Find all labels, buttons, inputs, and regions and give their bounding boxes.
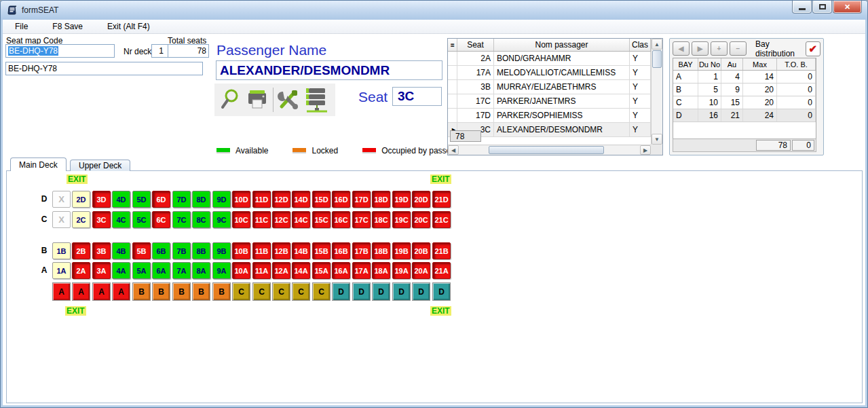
seat-14a[interactable]: 14A [292,262,310,279]
tools-icon[interactable] [276,86,303,114]
grid-col-header-seat[interactable]: Seat [457,39,494,51]
seat-8a[interactable]: 8A [192,262,210,279]
seat-18b[interactable]: 18B [372,242,390,259]
print-icon[interactable] [244,86,271,114]
seat-21a[interactable]: 21A [432,262,451,279]
scroll-down-icon[interactable]: ▼ [652,134,662,145]
seat-4d[interactable]: 4D [112,191,130,208]
table-row[interactable]: 17CPARKER/JANETMRSY [448,94,651,109]
bay-col-header-bay[interactable]: BAY [673,58,698,70]
seat-3c[interactable]: 3C [92,211,111,228]
passenger-grid-vscrollbar[interactable]: ▲ ▼ [651,39,662,145]
seat-9a[interactable]: 9A [212,262,231,279]
passenger-name-input[interactable]: ALEXANDER/DESMONDMR [216,60,442,80]
seat-12a[interactable]: 12A [272,262,290,279]
seat-11b[interactable]: 11B [252,242,271,259]
seat-4c[interactable]: 4C [112,211,130,228]
passenger-grid-hscrollbar[interactable]: ◀ ▶ [448,145,651,155]
seat-16b[interactable]: 16B [332,242,350,259]
seat-14d[interactable]: 14D [292,191,310,208]
seat-5a[interactable]: 5A [132,262,151,279]
seat-20d[interactable]: 20D [412,191,430,208]
bay-row-a[interactable]: A14140 [673,71,816,84]
confirm-check-button[interactable]: ✔ [806,41,820,56]
seat-5c[interactable]: 5C [132,211,151,228]
seat-14c[interactable]: 14C [292,211,310,228]
seat-map-code-input[interactable]: BE-DHQ-Y78 [5,44,115,58]
seat-18a[interactable]: 18A [372,262,390,279]
seat-11d[interactable]: 11D [252,191,271,208]
menu-item-f8-save[interactable]: F8 Save [47,20,92,33]
seat-20a[interactable]: 20A [412,262,430,279]
table-row[interactable]: 17DPARKER/SOPHIEMISSY [448,109,651,123]
menu-item-file[interactable]: File [10,20,37,33]
seat-18d[interactable]: 18D [372,191,390,208]
seat-2b[interactable]: 2B [72,242,90,259]
seat-6a[interactable]: 6A [152,262,170,279]
seat-20c[interactable]: 20C [412,211,430,228]
seat-21d[interactable]: 21D [432,191,451,208]
seat-21b[interactable]: 21B [432,242,451,259]
seat-18c[interactable]: 18C [372,211,390,228]
tab-main-deck[interactable]: Main Deck [10,157,67,171]
seat-3a[interactable]: 3A [92,262,111,279]
seat-12c[interactable]: 12C [272,211,290,228]
total-seats-input[interactable]: 78 [168,44,209,58]
seat-15d[interactable]: 15D [312,191,331,208]
seat-16d[interactable]: 16D [332,191,350,208]
seat-10c[interactable]: 10C [232,211,250,228]
seat-14b[interactable]: 14B [292,242,310,259]
seat-6c[interactable]: 6C [152,211,170,228]
seat-17a[interactable]: 17A [352,262,371,279]
bay-col-header-au[interactable]: Au [721,58,743,70]
seat-7c[interactable]: 7C [172,211,191,228]
seat-11a[interactable]: 11A [252,262,271,279]
seat-16a[interactable]: 16A [332,262,350,279]
seat-11c[interactable]: 11C [252,211,271,228]
seat-2c[interactable]: 2C [72,211,90,228]
nav-prior-button[interactable]: ◀ [673,41,690,56]
seat-17b[interactable]: 17B [352,242,371,259]
seat-7b[interactable]: 7B [172,242,191,259]
seat-map-code-secondary-input[interactable]: BE-DHQ-Y78 [5,62,203,75]
seat-19b[interactable]: 19B [392,242,411,259]
table-row[interactable]: 2ABOND/GRAHAMMRY [448,52,651,66]
seat-12b[interactable]: 12B [272,242,290,259]
seat-8b[interactable]: 8B [192,242,210,259]
seat-7d[interactable]: 7D [172,191,191,208]
hscroll-thumb[interactable] [489,146,604,154]
bay-row-b[interactable]: B59200 [673,84,816,96]
seat-15c[interactable]: 15C [312,211,331,228]
seat-20b[interactable]: 20B [412,242,430,259]
seat-17d[interactable]: 17D [352,191,371,208]
seat-3d[interactable]: 3D [92,191,111,208]
nav-delete-button[interactable]: − [730,41,747,56]
seat-10d[interactable]: 10D [232,191,250,208]
search-icon[interactable] [216,86,244,114]
seat-19c[interactable]: 19C [392,211,411,228]
maximize-button[interactable] [812,1,832,14]
bay-col-header-max[interactable]: Max [743,58,777,70]
close-button[interactable]: ✕ [833,1,862,14]
seat-2a[interactable]: 2A [72,262,90,279]
seat-4a[interactable]: 4A [112,262,130,279]
bay-col-header-du-no[interactable]: Du No [698,58,721,70]
table-row[interactable]: 17AMELODYALLIOT/CAMILLEMISSY [448,66,651,80]
seat-9c[interactable]: 9C [212,211,231,228]
seat-16c[interactable]: 16C [332,211,350,228]
seat-15a[interactable]: 15A [312,262,331,279]
seat-1a[interactable]: 1A [52,262,71,279]
seat-9b[interactable]: 9B [212,242,231,259]
seat-15b[interactable]: 15B [312,242,331,259]
bay-row-d[interactable]: D1621240 [673,109,816,122]
grid-corner-icon[interactable]: ≣ [448,39,457,51]
seat-10a[interactable]: 10A [232,262,250,279]
grid-col-header-clas[interactable]: Clas [630,39,651,51]
menu-item-exit-alt-f4[interactable]: Exit (Alt F4) [102,20,159,33]
seat-19a[interactable]: 19A [392,262,411,279]
seat-9d[interactable]: 9D [212,191,231,208]
seat-8c[interactable]: 8C [192,211,210,228]
grid-col-header-nom-passager[interactable]: Nom passager [494,39,630,51]
seat-7a[interactable]: 7A [172,262,191,279]
minimize-button[interactable] [792,1,812,14]
